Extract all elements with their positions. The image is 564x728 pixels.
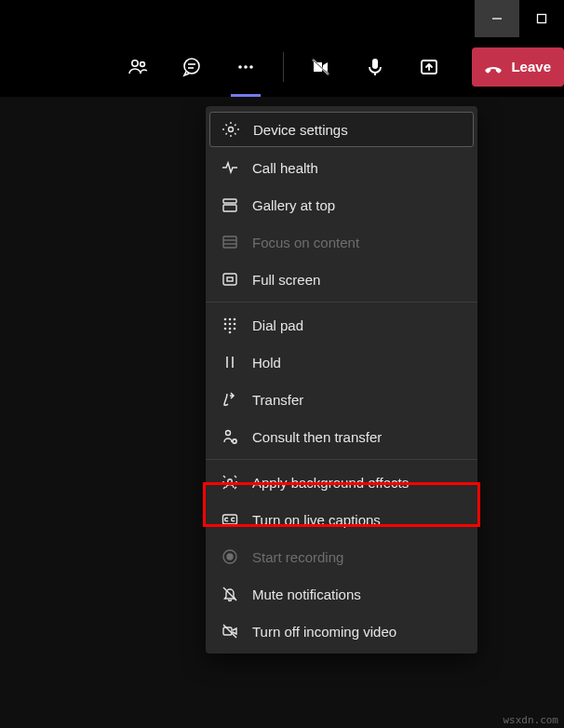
menu-item-turn-off-incoming-video[interactable]: Turn off incoming video [206, 613, 477, 650]
minimize-icon [490, 12, 504, 25]
heartbeat-icon [221, 158, 239, 177]
svg-point-25 [234, 318, 236, 321]
maximize-icon [535, 12, 548, 25]
menu-item-label: Consult then transfer [252, 429, 382, 445]
menu-item-dialpad[interactable]: Dial pad [206, 306, 477, 344]
fullscreen-icon [221, 270, 239, 289]
camera-button[interactable] [304, 50, 338, 84]
menu-item-mute-notifications[interactable]: Mute notifications [206, 575, 477, 613]
gallery-icon [221, 195, 239, 214]
svg-rect-21 [223, 274, 236, 285]
window-minimize-button[interactable] [475, 0, 519, 37]
window-titlebar [0, 0, 564, 37]
bell-off-icon [221, 585, 239, 603]
svg-point-3 [141, 61, 145, 66]
transfer-icon [221, 390, 239, 409]
menu-item-label: Focus on content [252, 235, 359, 250]
dialpad-icon [221, 316, 239, 334]
watermark: wsxdn.com [503, 714, 558, 726]
menu-item-label: Turn on live captions [252, 512, 381, 528]
menu-item-label: Call health [252, 160, 318, 176]
svg-rect-1 [538, 15, 546, 23]
menu-item-live-captions[interactable]: Turn on live captions [206, 501, 477, 538]
menu-item-label: Hold [252, 355, 281, 371]
microphone-icon [364, 56, 386, 78]
more-actions-button[interactable] [229, 50, 262, 84]
svg-point-9 [250, 65, 254, 69]
more-actions-menu: Device settings Call health Gallery at t… [206, 106, 477, 654]
svg-line-45 [223, 625, 236, 638]
menu-item-label: Full screen [252, 272, 320, 288]
video-off-icon [221, 622, 239, 640]
svg-point-39 [228, 479, 232, 483]
menu-item-label: Apply background effects [252, 475, 409, 491]
menu-item-transfer[interactable]: Transfer [206, 381, 477, 418]
svg-point-24 [229, 318, 232, 321]
menu-item-device-settings[interactable]: Device settings [209, 112, 474, 147]
svg-rect-16 [223, 199, 236, 203]
svg-point-35 [226, 431, 231, 436]
menu-item-hold[interactable]: Hold [206, 344, 477, 381]
menu-item-call-health[interactable]: Call health [206, 149, 477, 186]
menu-item-start-recording: Start recording [206, 538, 477, 575]
share-icon [418, 56, 440, 78]
svg-point-23 [224, 318, 227, 321]
leave-button[interactable]: Leave [472, 47, 564, 87]
svg-point-31 [234, 328, 236, 330]
svg-point-8 [245, 65, 248, 69]
menu-separator [206, 459, 477, 460]
menu-item-fullscreen[interactable]: Full screen [206, 261, 477, 298]
camera-off-icon [310, 56, 332, 78]
record-icon [221, 547, 239, 566]
pause-icon [221, 353, 239, 371]
svg-rect-17 [223, 205, 236, 211]
menu-item-background-effects[interactable]: Apply background effects [206, 464, 477, 501]
gear-icon [222, 120, 240, 139]
svg-point-7 [239, 65, 243, 69]
menu-separator [206, 302, 477, 303]
menu-item-label: Gallery at top [252, 197, 335, 213]
window-maximize-button[interactable] [519, 0, 564, 37]
chat-icon [181, 56, 203, 78]
menu-item-gallery-top[interactable]: Gallery at top [206, 186, 477, 223]
svg-point-4 [184, 59, 199, 74]
menu-item-label: Turn off incoming video [252, 624, 396, 640]
menu-item-label: Dial pad [252, 317, 303, 333]
background-effects-icon [221, 473, 239, 492]
svg-rect-22 [227, 277, 233, 281]
menu-item-label: Device settings [253, 122, 348, 138]
svg-point-26 [224, 323, 227, 326]
svg-point-30 [229, 328, 232, 330]
svg-rect-12 [372, 59, 378, 69]
toolbar-divider [283, 52, 284, 82]
svg-rect-18 [223, 236, 236, 248]
people-icon [127, 56, 149, 78]
consult-transfer-icon [221, 427, 239, 446]
captions-icon [221, 510, 239, 529]
svg-point-27 [229, 323, 232, 326]
leave-label: Leave [511, 59, 551, 74]
menu-item-label: Transfer [252, 392, 303, 408]
focus-icon [221, 233, 239, 251]
menu-item-label: Mute notifications [252, 586, 361, 602]
svg-point-2 [132, 60, 138, 65]
menu-item-consult-transfer[interactable]: Consult then transfer [206, 418, 477, 455]
svg-point-32 [229, 331, 232, 334]
svg-point-29 [224, 328, 227, 330]
ellipsis-icon [235, 56, 257, 78]
hangup-icon [483, 57, 504, 77]
svg-point-42 [227, 554, 233, 559]
chat-button[interactable] [175, 50, 208, 84]
svg-point-15 [229, 128, 234, 132]
meeting-content: Device settings Call health Gallery at t… [0, 97, 564, 728]
svg-point-28 [234, 323, 236, 326]
meeting-toolbar: Leave [0, 37, 564, 97]
menu-item-focus-content: Focus on content [206, 223, 477, 261]
microphone-button[interactable] [358, 50, 392, 84]
people-button[interactable] [121, 50, 154, 84]
menu-item-label: Start recording [252, 549, 343, 565]
share-button[interactable] [412, 50, 446, 84]
